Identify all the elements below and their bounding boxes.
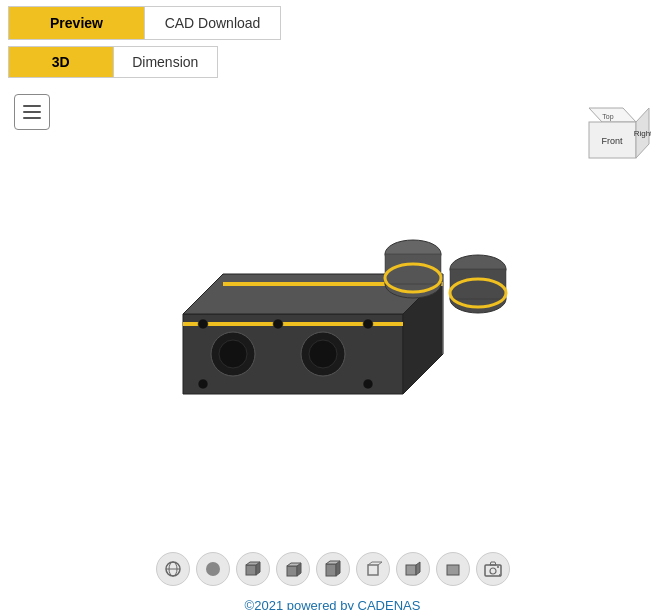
3d-model-svg	[123, 174, 543, 474]
svg-rect-39	[368, 565, 378, 575]
view-button-2[interactable]	[236, 552, 270, 586]
menu-button[interactable]	[14, 94, 50, 130]
view-button-4[interactable]	[316, 552, 350, 586]
view-button-3[interactable]	[276, 552, 310, 586]
second-tab-bar: 3D Dimension	[8, 46, 218, 78]
svg-point-50	[497, 566, 499, 568]
top-tab-bar: Preview CAD Download	[8, 6, 281, 40]
tab-preview[interactable]: Preview	[9, 7, 144, 39]
svg-point-12	[198, 319, 208, 329]
svg-point-14	[363, 319, 373, 329]
svg-rect-33	[287, 566, 297, 576]
footer: ©2021 powered by CADENAS	[0, 590, 665, 610]
svg-point-16	[363, 379, 373, 389]
camera-icon	[484, 560, 502, 578]
hamburger-line-1	[23, 105, 41, 107]
view-button-6[interactable]	[396, 552, 430, 586]
view-button-5[interactable]	[356, 552, 390, 586]
svg-point-11	[309, 340, 337, 368]
svg-rect-43	[406, 565, 416, 575]
view-button-7[interactable]	[436, 552, 470, 586]
svg-point-29	[206, 562, 220, 576]
svg-rect-36	[326, 564, 336, 576]
tab-cad-download[interactable]: CAD Download	[145, 7, 280, 39]
svg-marker-44	[416, 562, 420, 575]
viewer-area: Top Front Right	[0, 84, 665, 544]
cube-icon-5	[404, 560, 422, 578]
top-label: Top	[602, 113, 613, 121]
cube-icon-3	[324, 560, 342, 578]
view-button-1[interactable]	[196, 552, 230, 586]
svg-marker-48	[490, 562, 496, 565]
cube-icon-4	[364, 560, 382, 578]
globe-view-button[interactable]	[156, 552, 190, 586]
svg-rect-30	[246, 565, 256, 575]
tab-3d[interactable]: 3D	[9, 47, 113, 77]
model-display	[40, 134, 625, 514]
right-label: Right	[634, 129, 651, 138]
sphere-icon	[204, 560, 222, 578]
hamburger-line-3	[23, 117, 41, 119]
tab-dimension[interactable]: Dimension	[114, 47, 218, 77]
cube-icon-1	[244, 560, 262, 578]
globe-icon	[164, 560, 182, 578]
svg-point-9	[219, 340, 247, 368]
hamburger-line-2	[23, 111, 41, 113]
svg-point-47	[490, 568, 496, 574]
svg-rect-45	[447, 565, 459, 575]
camera-button[interactable]	[476, 552, 510, 586]
view-toolbar	[0, 544, 665, 590]
cube-icon-6	[444, 560, 462, 578]
cadenas-link[interactable]: ©2021 powered by CADENAS	[245, 598, 421, 610]
svg-point-15	[198, 379, 208, 389]
cube-icon-2	[284, 560, 302, 578]
svg-point-13	[273, 319, 283, 329]
